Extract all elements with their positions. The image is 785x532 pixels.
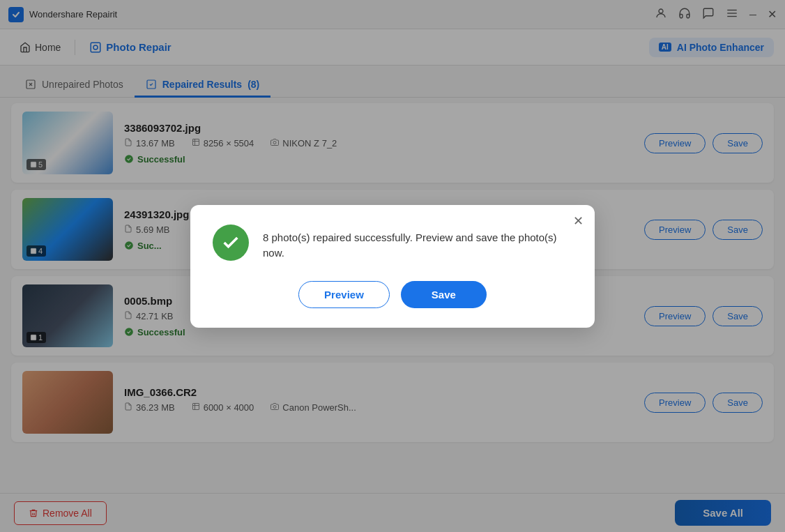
modal-close-button[interactable]: ✕ xyxy=(573,215,584,227)
modal-overlay: ✕ 8 photo(s) repaired successfully. Prev… xyxy=(0,0,785,532)
modal-message: 8 photo(s) repaired successfully. Previe… xyxy=(263,225,572,261)
modal-save-button[interactable]: Save xyxy=(401,281,487,308)
modal-preview-button[interactable]: Preview xyxy=(298,281,390,308)
modal-body: 8 photo(s) repaired successfully. Previe… xyxy=(213,225,572,261)
modal-dialog: ✕ 8 photo(s) repaired successfully. Prev… xyxy=(190,205,595,328)
success-icon xyxy=(213,225,249,261)
modal-actions: Preview Save xyxy=(213,281,572,308)
